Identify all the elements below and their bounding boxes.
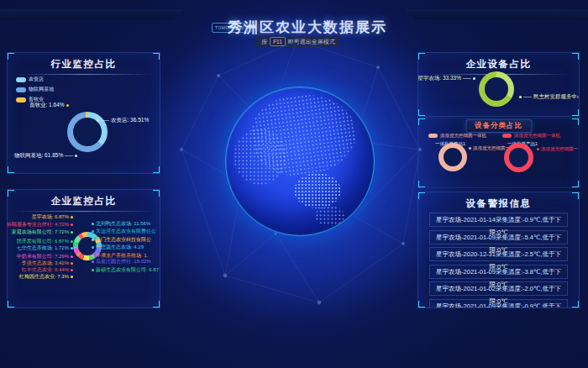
panel-title: 设备警报信息 [418, 192, 579, 210]
legend-swatch [16, 87, 26, 92]
alarm-row: 星宇农场-2020-12-31采集温度:-2.5℃,低于下限:0℃ [429, 247, 568, 261]
dashboard-screen: TOMORROW 秀洲区农业大数据展示 按 F11 即可退出全屏模式 行业监控占 [0, 0, 588, 368]
legend-swatch [428, 134, 438, 138]
legend-item[interactable]: 温湿度光照细菌一体机 [428, 133, 486, 139]
legend-swatch [16, 77, 26, 82]
equipment-ratio-panel: 企业设备占比 星宇农场: 33.33% 民主村党群服务中心 [417, 52, 580, 117]
callout-label: 七华生态养殖场: 1.72% [9, 244, 73, 252]
callout-label: 民主村党群服务中心 [519, 93, 580, 101]
callout-label: 温湿度光照细菌一 [469, 145, 510, 151]
alarm-row: 星宇农场-2021-01-09采集温度:-0.9℃,低于下限:0℃ [429, 299, 568, 309]
device-donut-chart-1[interactable] [438, 143, 467, 171]
legend-item[interactable]: 农资店 [16, 76, 54, 83]
callout-label: 隆门生态农业科技有限公 [92, 236, 151, 244]
callout-label: 星宇农场: 33.33% [420, 75, 475, 82]
callout-label: 新硕生态农业有限公司: 6.87 [92, 266, 159, 274]
globe-visualization[interactable] [226, 87, 374, 235]
callout-label: 物联网基地: 61.85% [14, 152, 77, 160]
alarm-row: 星宇农场-2021-01-02采集温度:-2.0℃,低于下限:0℃ [429, 281, 568, 296]
panel-title: 企业监控占比 [8, 190, 160, 208]
callout-label: 星宇农场: 6.87% [9, 213, 73, 221]
callout-label: 畜牧业: 1.64% [29, 102, 69, 109]
callout-label: 温湿度光照细菌一 [537, 146, 578, 152]
legend-item[interactable]: 温湿度光照细菌一体机 [502, 133, 560, 139]
panel-title: 行业监控占比 [8, 53, 160, 71]
legend-swatch [16, 97, 26, 103]
alarm-row: 星宇农场-2021-01-09采集温度:-5.4℃,低于下限:0℃ [429, 230, 568, 244]
callout-label: 大运河生态农业有限责任公 [92, 228, 156, 235]
device-donut-chart-2[interactable] [504, 143, 533, 172]
legend-swatch [502, 134, 512, 138]
alarm-row: 星宇农场-2021-01-14采集温度:-0.9℃,低于下限:0℃ [429, 213, 568, 227]
panel-title: 企业设备占比 [418, 53, 579, 71]
globe-rim [225, 87, 375, 236]
callout-label: 家庭农场有限公司: 7.72% [9, 229, 73, 236]
title-underline [15, 74, 152, 75]
callout-label: 红梅园生态农业: 7.3% [9, 273, 73, 281]
legend-item[interactable]: 物联网基地 [16, 86, 54, 93]
alarm-row: 星宇农场-2021-01-09采集温度:-3.8℃,低于下限:0℃ [429, 265, 568, 279]
title-underline [15, 211, 152, 212]
enterprise-monitor-panel: 企业监控占比 星宇农场: 6.87% 科颐服务专业合作社: 4.72% 家庭农场… [7, 189, 160, 308]
callout-label: 北列鸭生态农场: 11.56% [92, 220, 150, 228]
device-classification-panel: 设备分类占比 温湿度光照细菌一体机 一体机类产品1 温湿度光照细菌一 温湿度光照… [417, 118, 580, 188]
alarm-list: 星宇农场-2021-01-14采集温度:-0.9℃,低于下限:0℃ 星宇农场-2… [429, 213, 568, 308]
equipment-donut-chart[interactable] [479, 71, 514, 107]
callout-label: 瓜泉汪园合作社: 15.02% [92, 258, 151, 265]
callout-label: 鸭思源生态农场: 4.29 [92, 244, 144, 251]
device-alarm-panel: 设备警报信息 星宇农场-2021-01-14采集温度:-0.9℃,低于下限:0℃… [417, 192, 580, 308]
panel-title-badge: 设备分类占比 [465, 119, 532, 133]
callout-label: 农资店: 36.51% [97, 117, 149, 124]
industry-monitor-panel: 行业监控占比 农资店 物联网基地 畜牧业 畜牧业: 1.64% 农资店: 36.… [7, 52, 160, 174]
callout-label: 科颐服务专业合作社: 4.72% [9, 221, 73, 229]
